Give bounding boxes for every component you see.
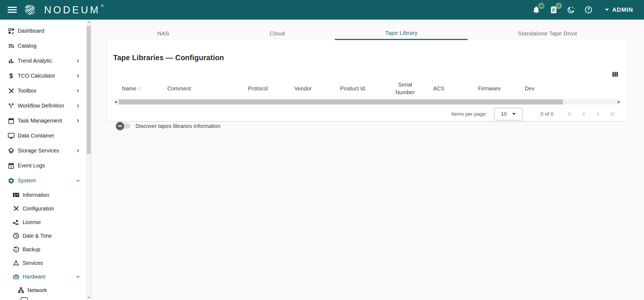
sidebar-item-backup[interactable]: Backup [0,243,91,256]
column-header-product-id: Product Id. [340,85,392,92]
chevron-right-icon [75,58,81,64]
sidebar-item-label: Data Container [18,133,54,139]
dashboard-icon [8,27,15,35]
tab-tape-library[interactable]: Tape Library [335,27,468,40]
sidebar-item-services[interactable]: Services [0,256,91,270]
chevron-right-icon [594,110,602,118]
sidebar-item-license[interactable]: License [0,215,91,229]
sidebar-item-trend-analytic[interactable]: Trend Analytic [0,53,91,68]
toggle-thumb-off-icon [116,122,124,130]
sidebar-item-label: Hardware [23,274,46,280]
sidebar-item-configuration[interactable]: Configuration [0,202,91,215]
next-page-button[interactable] [594,110,602,118]
sidebar-item-information[interactable]: Information [0,188,91,202]
clock-icon [13,232,20,239]
sidebar-item-network[interactable]: Network [0,283,91,297]
sidebar-item-label: Event Logs [18,163,45,169]
paginator-nav [566,110,616,118]
column-header-vendor: Vendor [294,85,340,92]
tab-nas[interactable]: NAS [107,27,220,40]
dark-mode-button[interactable] [566,5,576,14]
table-header-row: Name↑ Comment Protocol Vendor Product Id… [113,79,621,99]
last-page-button[interactable] [608,110,616,118]
sidebar-item-toolbox[interactable]: Toolbox [0,83,91,98]
previous-page-button[interactable] [580,110,588,118]
page-title: Tape Libraries — Configuration [113,50,621,62]
crossed-tools-icon [13,205,20,212]
chevron-right-icon [75,73,81,79]
sidebar-nav: Dashboard Catalog Trend Analytic $ TCO C… [0,20,91,297]
discover-toggle[interactable] [116,122,131,130]
sidebar-item-workflow-definition[interactable]: Workflow Definition [0,98,91,113]
sidebar-item-task-management[interactable]: Task Management [0,113,91,128]
sidebar-item-catalog[interactable]: Catalog [0,38,91,53]
horizontal-scrollbar-thumb[interactable] [119,99,563,105]
sidebar-item-label: Backup [23,246,40,253]
main-content: NAS Cloud Tape Library Standalone Tape D… [91,20,644,300]
tab-bar: NAS Cloud Tape Library Standalone Tape D… [107,27,627,40]
chevron-down-icon [75,178,81,183]
sidebar-item-label: TCO Calculator [18,73,55,79]
sidebar-item-data-container[interactable]: Data Container [0,128,91,143]
layers-icon [8,147,15,154]
tab-standalone-tape-drive[interactable]: Standalone Tape Drive [468,27,627,40]
top-bar: NODEUM ® 43 0 ? A [0,0,644,20]
page-size-value: 10 [501,111,507,117]
sidebar-item-partial[interactable] [21,297,28,300]
sidebar-item-label: Trend Analytic [18,58,52,64]
chevron-down-icon [75,274,81,280]
column-settings-button[interactable] [611,70,619,79]
monitor-icon [8,132,15,139]
discover-row: Discover tapes libraries information [113,120,621,130]
sidebar-item-storage-services[interactable]: Storage Services [0,143,91,158]
chevron-right-icon [75,148,81,154]
toolbox-icon [13,273,20,280]
sort-asc-icon: ↑ [138,86,141,91]
sidebar-item-system[interactable]: System [0,173,91,188]
sidebar-item-dashboard[interactable]: Dashboard [0,23,91,38]
column-header-firmware: Firmware [478,85,525,92]
card-toolbar [113,67,621,79]
sidebar-item-label: Toolbox [18,88,36,94]
contact-card-icon [13,191,20,198]
discover-label: Discover tapes libraries information [135,123,220,129]
brand-wordmark: NODEUM ® [44,5,103,15]
menu-icon[interactable] [8,7,17,13]
sidebar-scrollbar[interactable] [86,20,91,300]
sidebar-item-label: Configuration [23,206,54,212]
page-size-select[interactable]: 10 [494,108,522,120]
column-header-protocol: Protocol [248,85,294,92]
sidebar-scrollbar-thumb[interactable] [87,26,91,154]
first-page-icon [566,110,574,118]
chevron-left-icon [580,110,588,118]
sidebar-item-tco-calculator[interactable]: $ TCO Calculator [0,68,91,83]
bar-chart-icon [8,57,15,65]
tab-cloud[interactable]: Cloud [220,27,335,40]
user-menu[interactable]: ADMIN [603,6,635,14]
dollar-icon: $ [8,72,15,79]
horizontal-scrollbar[interactable] [113,99,621,105]
sidebar-item-label: Task Management [18,118,62,124]
sidebar-item-label: Date & Time [23,233,52,239]
sidebar-item-event-logs[interactable]: Event Logs [0,158,91,173]
help-button[interactable]: ? [584,5,593,14]
top-actions: 43 0 ? ADMIN [532,5,635,14]
crossed-tools-icon [8,87,15,94]
tasks-button[interactable]: 0 [549,5,558,14]
scroll-left-icon[interactable] [115,101,117,103]
scroll-up-icon[interactable] [87,21,90,23]
chevron-right-icon [75,88,81,94]
calendar-icon [8,117,15,124]
items-per-page-label: Items per page: [451,111,487,117]
sidebar-item-label: Network [27,287,47,293]
notifications-button[interactable]: 43 [532,5,541,14]
calendar-alert-icon [8,162,15,169]
scroll-right-icon[interactable] [618,101,620,103]
first-page-button[interactable] [566,110,574,118]
sidebar-item-hardware[interactable]: Hardware [0,270,91,283]
sidebar-item-label: Workflow Definition [18,103,64,109]
sidebar-item-date-time[interactable]: Date & Time [0,229,91,243]
column-header-name[interactable]: Name↑ [122,85,167,92]
sidebar-item-label: Storage Services [18,148,59,154]
scroll-down-icon[interactable] [87,297,90,299]
